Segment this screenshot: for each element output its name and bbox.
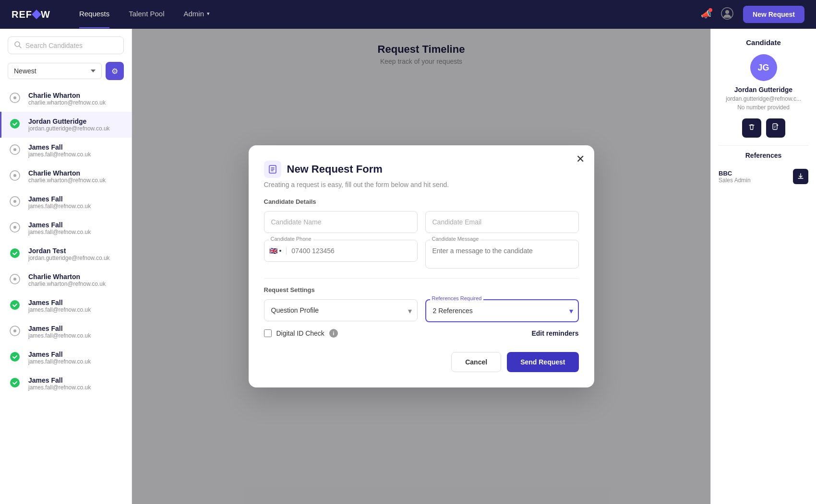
nav-admin[interactable]: Admin ▾ bbox=[183, 10, 210, 20]
candidate-email-input[interactable] bbox=[425, 211, 579, 233]
filter-icon-button[interactable]: ⚙ bbox=[106, 62, 124, 80]
candidate-status-icon bbox=[9, 247, 23, 261]
svg-line-3 bbox=[19, 46, 21, 48]
panel-refs-title: References bbox=[719, 152, 808, 159]
modal-title: New Request Form bbox=[287, 163, 383, 176]
candidate-message-textarea[interactable] bbox=[425, 240, 579, 269]
panel-candidate-name: Jordan Gutteridge bbox=[719, 86, 808, 94]
info-icon[interactable]: i bbox=[329, 329, 338, 338]
candidate-email-field bbox=[425, 211, 579, 233]
candidate-name: James Fall bbox=[28, 351, 124, 358]
candidate-name: James Fall bbox=[28, 143, 124, 151]
candidate-email: james.fall@refnow.co.uk bbox=[28, 358, 124, 365]
candidate-name-input[interactable] bbox=[264, 211, 418, 233]
candidate-email: jordan.gutteridge@refnow.co.uk bbox=[28, 125, 124, 132]
candidate-item[interactable]: James Fall james.fall@refnow.co.uk bbox=[0, 189, 132, 215]
svg-point-8 bbox=[13, 148, 16, 151]
candidate-status-icon bbox=[9, 273, 23, 287]
candidate-email: james.fall@refnow.co.uk bbox=[28, 151, 124, 158]
candidate-name: James Fall bbox=[28, 299, 124, 306]
panel-divider bbox=[719, 145, 808, 146]
candidate-item[interactable]: James Fall james.fall@refnow.co.uk bbox=[0, 319, 132, 345]
phone-message-row: Candidate Phone 🇬🇧 • Candidate Message bbox=[264, 240, 579, 270]
candidate-item[interactable]: Jordan Gutteridge jordan.gutteridge@refn… bbox=[0, 112, 132, 138]
logo-text2: W bbox=[41, 9, 50, 20]
question-profile-select[interactable]: Question Profile bbox=[264, 299, 418, 321]
phone-input[interactable] bbox=[287, 240, 417, 261]
candidate-item[interactable]: Jordan Test jordan.gutteridge@refnow.co.… bbox=[0, 241, 132, 267]
candidate-name: Charlie Wharton bbox=[28, 273, 124, 281]
svg-point-1 bbox=[725, 10, 729, 14]
candidate-item[interactable]: James Fall james.fall@refnow.co.uk bbox=[0, 138, 132, 164]
ref-download-button[interactable] bbox=[793, 169, 808, 184]
edit-reminders-link[interactable]: Edit reminders bbox=[524, 329, 578, 337]
candidate-status-icon bbox=[9, 196, 23, 209]
app-body: Search Candidates Newest ⚙ Charlie Whart… bbox=[0, 29, 816, 504]
panel-candidate-email: jordan.gutteridge@refnow.c... bbox=[719, 95, 808, 102]
logo[interactable]: REF W bbox=[12, 9, 50, 20]
search-icon bbox=[14, 41, 22, 50]
svg-point-10 bbox=[13, 174, 16, 177]
search-box[interactable]: Search Candidates bbox=[8, 36, 124, 54]
digital-id-label: Digital ID Check bbox=[276, 329, 324, 337]
candidate-email: charlie.wharton@refnow.co.uk bbox=[28, 177, 124, 184]
request-settings-row: Question Profile ▾ References Required 2… bbox=[264, 299, 579, 322]
modal-close-button[interactable]: ✕ bbox=[576, 153, 585, 165]
modal-footer: Cancel Send Request bbox=[264, 352, 579, 372]
modal-overlay: ✕ New Request Form Creating a request is… bbox=[132, 29, 710, 504]
svg-point-15 bbox=[10, 248, 20, 258]
candidate-email: charlie.wharton@refnow.co.uk bbox=[28, 99, 124, 106]
candidate-item[interactable]: James Fall james.fall@refnow.co.uk bbox=[0, 371, 132, 397]
candidate-item[interactable]: Charlie Wharton charlie.wharton@refnow.c… bbox=[0, 164, 132, 189]
candidate-item[interactable]: James Fall james.fall@refnow.co.uk bbox=[0, 293, 132, 319]
ref-info: BBC Sales Admin bbox=[719, 170, 793, 184]
panel-section-title: Candidate bbox=[719, 38, 808, 47]
digital-id-checkbox[interactable] bbox=[264, 329, 272, 337]
candidate-item[interactable]: James Fall james.fall@refnow.co.uk bbox=[0, 215, 132, 241]
panel-add-button[interactable] bbox=[766, 118, 785, 138]
candidate-status-icon bbox=[9, 92, 23, 105]
candidate-status-icon bbox=[9, 299, 23, 313]
candidate-avatar: JG bbox=[750, 54, 777, 81]
trash-icon bbox=[748, 123, 756, 133]
candidate-email: james.fall@refnow.co.uk bbox=[28, 332, 124, 339]
candidate-status-icon bbox=[9, 325, 23, 339]
notifications-button[interactable]: 📣 bbox=[701, 9, 711, 20]
candidate-item[interactable]: Charlie Wharton charlie.wharton@refnow.c… bbox=[0, 267, 132, 293]
candidate-email: charlie.wharton@refnow.co.uk bbox=[28, 281, 124, 287]
nav-talent-pool[interactable]: Talent Pool bbox=[129, 10, 164, 20]
phone-label: Candidate Phone bbox=[269, 236, 313, 242]
refs-required-select[interactable]: 2 References 1 Reference 3 References 4 … bbox=[425, 299, 579, 322]
modal-subtitle: Creating a request is easy, fill out the… bbox=[264, 181, 579, 188]
candidate-status-icon bbox=[9, 144, 23, 157]
panel-delete-button[interactable] bbox=[742, 118, 761, 138]
svg-point-21 bbox=[10, 352, 20, 362]
sidebar-filter-row: Newest ⚙ bbox=[0, 58, 132, 86]
right-panel: Candidate JG Jordan Gutteridge jordan.gu… bbox=[710, 29, 816, 504]
candidate-item[interactable]: Charlie Wharton charlie.wharton@refnow.c… bbox=[0, 86, 132, 112]
modal-icon bbox=[264, 161, 281, 178]
digital-id-row: Digital ID Check i Edit reminders bbox=[264, 329, 579, 338]
user-icon bbox=[721, 12, 733, 22]
cancel-button[interactable]: Cancel bbox=[451, 352, 501, 372]
refs-required-label: References Required bbox=[430, 295, 484, 301]
svg-point-17 bbox=[13, 278, 16, 281]
candidate-email: james.fall@refnow.co.uk bbox=[28, 203, 124, 210]
modal-header: New Request Form bbox=[264, 161, 579, 178]
filter-select[interactable]: Newest bbox=[8, 63, 102, 79]
ref-company: BBC bbox=[719, 170, 793, 177]
nav-right: 📣 New Request bbox=[701, 6, 804, 23]
candidate-status-icon bbox=[9, 377, 23, 390]
user-profile-button[interactable] bbox=[721, 7, 733, 22]
candidate-email: james.fall@refnow.co.uk bbox=[28, 229, 124, 235]
candidate-message-field: Candidate Message bbox=[425, 240, 579, 270]
send-request-button[interactable]: Send Request bbox=[507, 352, 578, 372]
candidate-name: Charlie Wharton bbox=[28, 169, 124, 177]
new-request-button[interactable]: New Request bbox=[743, 6, 804, 23]
question-profile-field: Question Profile ▾ bbox=[264, 299, 418, 322]
nav-links: Requests Talent Pool Admin ▾ bbox=[79, 10, 701, 20]
candidate-item[interactable]: James Fall james.fall@refnow.co.uk bbox=[0, 345, 132, 371]
ref-item: BBC Sales Admin bbox=[719, 165, 808, 188]
section-divider bbox=[264, 278, 579, 279]
nav-requests[interactable]: Requests bbox=[79, 10, 109, 20]
